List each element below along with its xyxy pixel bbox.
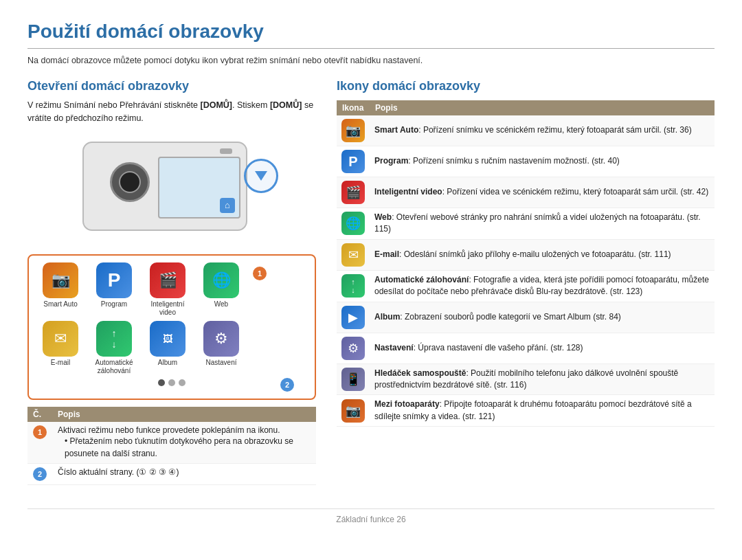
popis-nastaveni-bold: Nastavení: [374, 343, 414, 352]
table-row-2: 2 Číslo aktuální strany. (① ② ③ ④): [27, 463, 316, 484]
icon-intvideo: 🎬 Inteligentnívideo: [143, 262, 192, 317]
right-column: Ikony domácí obrazovky Ikona Popis 📷 Sma…: [337, 79, 715, 427]
nastaveni-icon: ⚙: [203, 321, 239, 357]
icons-row-2: ✉ E-mail ↑↓ Automatickézálohování 🖼 Albu…: [36, 321, 308, 375]
page-subtitle: Na domácí obrazovce můžete pomocí dotyku…: [27, 56, 715, 65]
tbl-smartauto-icon: 📷: [341, 119, 365, 142]
dot-1: [158, 379, 165, 386]
icon-cell-program: P: [337, 146, 370, 177]
icon-cell-backup: ↑↓: [337, 270, 370, 302]
icon-cell-selfie: 📱: [337, 363, 370, 395]
icon-cell-intvideo: 🎬: [337, 177, 370, 208]
program-label: Program: [101, 300, 127, 309]
icon-row-backup: ↑↓ Automatické zálohování: Fotografie a …: [337, 270, 715, 302]
icon-cell-email: ✉: [337, 239, 370, 270]
table-row-1: 1 Aktivaci režimu nebo funkce provedete …: [27, 422, 316, 464]
program-icon: P: [96, 262, 132, 298]
badge-1-area: 1: [253, 262, 267, 317]
popis-nastaveni: Nastavení: Úprava nastavení dle vašeho p…: [370, 333, 715, 363]
icon-row-selfie: 📱 Hledáček samospouště: Použití mobilníh…: [337, 363, 715, 395]
icon-row-web: 🌐 Web: Otevření webové stránky pro nahrá…: [337, 208, 715, 240]
row2-num: 2: [27, 463, 52, 484]
popis-album: Album: Zobrazení souborů podle kategorií…: [370, 302, 715, 333]
badge-row1: 1: [33, 425, 47, 439]
nastaveni-label: Nastavení: [205, 359, 236, 367]
camera-top-btn: [220, 148, 232, 154]
row1-bullets: Přetažením nebo ťuknutím dotykového pera…: [58, 435, 311, 460]
row2-popis: Číslo aktuální strany. (① ② ③ ④): [52, 463, 316, 484]
row1-text: Aktivaci režimu nebo funkce provedete po…: [58, 425, 311, 435]
icon-row-intvideo: 🎬 Inteligentní video: Pořízení videa ve …: [337, 177, 715, 208]
row2-text: Číslo aktuální strany. (① ② ③ ④): [58, 467, 179, 477]
popis-backup: Automatické zálohování: Fotografie a vid…: [370, 270, 715, 302]
page-title: Použití domácí obrazovky: [27, 21, 715, 49]
album-icon: 🖼: [150, 321, 186, 357]
dot-2: [168, 379, 175, 386]
bottom-table: Č. Popis 1 Aktivaci režimu nebo funkce p…: [27, 407, 316, 485]
smart-auto-icon: 📷: [43, 262, 78, 298]
icon-table: Ikona Popis 📷 Smart Auto: Pořízení snímk…: [337, 100, 715, 427]
popis-between: Mezi fotoaparáty: Připojte fotoaparát k …: [370, 395, 715, 427]
popis-between-bold: Mezi fotoaparáty: [374, 399, 440, 409]
icon-web: 🌐 Web: [196, 262, 246, 317]
camera-body: ⌂: [82, 142, 247, 231]
icon-row-smartauto: 📷 Smart Auto: Pořízení snímku ve scénick…: [337, 115, 715, 146]
popis-intvideo: Inteligentní video: Pořízení videa ve sc…: [370, 177, 715, 208]
popis-program-bold: Program: [374, 156, 408, 166]
badge-2-area: 2: [36, 378, 294, 392]
badge-2: 2: [280, 378, 294, 392]
popis-intvideo-bold: Inteligentní video: [374, 187, 442, 197]
arrow-down-icon: [255, 171, 267, 181]
popis-selfie: Hledáček samospouště: Použití mobilního …: [370, 363, 715, 395]
camera-lens: [110, 162, 150, 202]
smart-auto-label: Smart Auto: [43, 300, 77, 309]
tbl-selfie-icon: 📱: [341, 368, 365, 391]
popis-selfie-bold: Hledáček samospouště: [374, 368, 466, 378]
email-icon: ✉: [43, 321, 78, 357]
left-intro: V režimu Snímání nebo Přehrávání stiskně…: [27, 99, 316, 125]
home-icon: ⌂: [220, 198, 235, 213]
col-popis: Popis: [370, 100, 715, 115]
dot-3: [179, 379, 186, 386]
email-label: E-mail: [51, 359, 70, 367]
icon-nastaveni: ⚙ Nastavení: [196, 321, 246, 375]
web-label: Web: [214, 300, 228, 309]
icon-email: ✉ E-mail: [36, 321, 85, 375]
popis-email: E-mail: Odeslání snímků jako přílohy e-m…: [370, 239, 715, 270]
badge-1: 1: [253, 267, 267, 280]
popis-smartauto: Smart Auto: Pořízení snímku ve scénickém…: [370, 115, 715, 146]
auto-backup-icon: ↑↓: [96, 321, 132, 357]
icon-row-program: P Program: Pořízení snímku s ručním nast…: [337, 146, 715, 177]
icon-cell-web: 🌐: [337, 208, 370, 240]
col-ikona: Ikona: [337, 100, 370, 115]
icon-cell-smartauto: 📷: [337, 115, 370, 146]
tbl-nastaveni-icon: ⚙: [341, 337, 365, 360]
camera-screen: ⌂: [158, 157, 240, 219]
intvideo-icon: 🎬: [150, 262, 186, 298]
camera-illustration: ⌂: [27, 135, 316, 245]
popis-web-bold: Web: [374, 212, 392, 222]
icon-row-email: ✉ E-mail: Odeslání snímků jako přílohy e…: [337, 239, 715, 270]
arrow-circle: [244, 159, 278, 193]
popis-smartauto-bold: Smart Auto: [374, 125, 418, 135]
row1-popis: Aktivaci režimu nebo funkce provedete po…: [52, 422, 316, 464]
icon-cell-album: ▶: [337, 302, 370, 333]
tbl-between-icon: 📷: [341, 399, 365, 423]
popis-email-bold: E-mail: [374, 249, 399, 259]
footer: Základní funkce 26: [27, 508, 715, 524]
icons-grid: 📷 Smart Auto P Program 🎬 Inteligentnívid…: [27, 254, 316, 400]
row1-bullet1: Přetažením nebo ťuknutím dotykového pera…: [65, 435, 311, 460]
auto-backup-label: Automatickézálohování: [95, 359, 133, 375]
left-column: Otevření domácí obrazovky V režimu Snímá…: [27, 79, 316, 492]
tbl-intvideo-icon: 🎬: [341, 181, 365, 204]
icon-row-nastaveni: ⚙ Nastavení: Úprava nastavení dle vašeho…: [337, 333, 715, 363]
badge-row2: 2: [33, 467, 47, 481]
col-num: Č.: [27, 407, 52, 422]
intvideo-label: Inteligentnívideo: [151, 300, 185, 317]
icons-row-1: 📷 Smart Auto P Program 🎬 Inteligentnívid…: [36, 262, 308, 317]
icon-cell-between: 📷: [337, 395, 370, 427]
popis-album-bold: Album: [374, 312, 400, 322]
camera-buttons: [220, 148, 232, 154]
popis-web: Web: Otevření webové stránky pro nahrání…: [370, 208, 715, 240]
right-section-title: Ikony domácí obrazovky: [337, 79, 715, 93]
